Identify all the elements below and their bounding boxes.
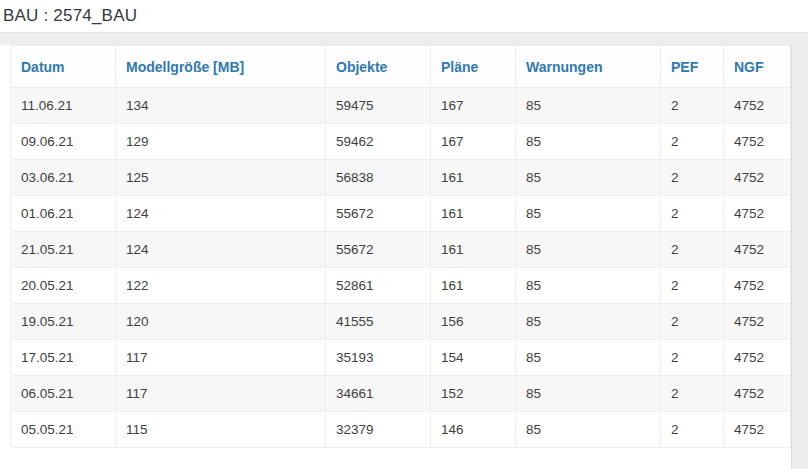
titlebar: BAU : 2574_BAU [0,0,808,33]
cell-pef: 2 [661,160,724,196]
cell-pef: 2 [661,88,724,124]
cell-pef: 2 [661,340,724,376]
cell-plaene: 152 [431,376,516,412]
cell-pef: 2 [661,412,724,448]
cell-pef: 2 [661,376,724,412]
cell-objekte: 34661 [326,376,431,412]
table-row: 11.06.21134594751678524752 [11,88,791,124]
table-row: 21.05.21124556721618524752 [11,232,791,268]
cell-warnungen: 85 [516,160,661,196]
cell-objekte: 41555 [326,304,431,340]
cell-pef: 2 [661,268,724,304]
cell-pef: 2 [661,196,724,232]
table-body: 11.06.2113459475167852475209.06.21129594… [11,88,791,448]
cell-plaene: 161 [431,196,516,232]
table-row: 20.05.21122528611618524752 [11,268,791,304]
cell-datum: 05.05.21 [11,412,116,448]
cell-modellgroesse: 124 [116,232,326,268]
cell-ngf: 4752 [724,124,791,160]
cell-warnungen: 85 [516,412,661,448]
cell-datum: 03.06.21 [11,160,116,196]
cell-ngf: 4752 [724,232,791,268]
cell-datum: 21.05.21 [11,232,116,268]
table-row: 09.06.21129594621678524752 [11,124,791,160]
cell-modellgroesse: 117 [116,340,326,376]
cell-pef: 2 [661,124,724,160]
cell-ngf: 4752 [724,412,791,448]
cell-modellgroesse: 115 [116,412,326,448]
table-row: 01.06.21124556721618524752 [11,196,791,232]
cell-warnungen: 85 [516,304,661,340]
cell-warnungen: 85 [516,88,661,124]
cell-ngf: 4752 [724,160,791,196]
cell-datum: 19.05.21 [11,304,116,340]
cell-datum: 09.06.21 [11,124,116,160]
cell-plaene: 167 [431,88,516,124]
table-row: 05.05.21115323791468524752 [11,412,791,448]
cell-modellgroesse: 134 [116,88,326,124]
cell-plaene: 167 [431,124,516,160]
cell-datum: 06.05.21 [11,376,116,412]
cell-warnungen: 85 [516,340,661,376]
cell-modellgroesse: 124 [116,196,326,232]
page-title: BAU : 2574_BAU [0,6,137,26]
cell-plaene: 161 [431,160,516,196]
column-header-datum: Datum [11,46,116,88]
table-header-row: Datum Modellgröße [MB] Objekte Pläne War… [11,46,791,88]
content-panel: Datum Modellgröße [MB] Objekte Pläne War… [0,45,792,469]
cell-plaene: 154 [431,340,516,376]
cell-plaene: 146 [431,412,516,448]
cell-datum: 17.05.21 [11,340,116,376]
cell-ngf: 4752 [724,268,791,304]
cell-objekte: 59475 [326,88,431,124]
table-row: 03.06.21125568381618524752 [11,160,791,196]
cell-objekte: 35193 [326,340,431,376]
column-header-objekte: Objekte [326,46,431,88]
cell-modellgroesse: 117 [116,376,326,412]
cell-objekte: 32379 [326,412,431,448]
cell-warnungen: 85 [516,124,661,160]
cell-ngf: 4752 [724,304,791,340]
cell-plaene: 161 [431,232,516,268]
cell-modellgroesse: 120 [116,304,326,340]
cell-datum: 11.06.21 [11,88,116,124]
cell-modellgroesse: 122 [116,268,326,304]
cell-ngf: 4752 [724,88,791,124]
cell-plaene: 161 [431,268,516,304]
column-header-plaene: Pläne [431,46,516,88]
table-row: 17.05.21117351931548524752 [11,340,791,376]
cell-pef: 2 [661,232,724,268]
column-header-pef: PEF [661,46,724,88]
cell-pef: 2 [661,304,724,340]
cell-ngf: 4752 [724,376,791,412]
cell-datum: 20.05.21 [11,268,116,304]
cell-warnungen: 85 [516,268,661,304]
cell-objekte: 55672 [326,232,431,268]
cell-objekte: 55672 [326,196,431,232]
cell-ngf: 4752 [724,196,791,232]
cell-warnungen: 85 [516,376,661,412]
cell-warnungen: 85 [516,196,661,232]
table-row: 19.05.21120415551568524752 [11,304,791,340]
cell-modellgroesse: 129 [116,124,326,160]
cell-objekte: 59462 [326,124,431,160]
model-stats-table: Datum Modellgröße [MB] Objekte Pläne War… [10,45,791,448]
column-header-ngf: NGF [724,46,791,88]
cell-objekte: 56838 [326,160,431,196]
cell-warnungen: 85 [516,232,661,268]
column-header-modellgroesse: Modellgröße [MB] [116,46,326,88]
cell-ngf: 4752 [724,340,791,376]
cell-objekte: 52861 [326,268,431,304]
column-header-warnungen: Warnungen [516,46,661,88]
cell-plaene: 156 [431,304,516,340]
cell-datum: 01.06.21 [11,196,116,232]
cell-modellgroesse: 125 [116,160,326,196]
table-row: 06.05.21117346611528524752 [11,376,791,412]
